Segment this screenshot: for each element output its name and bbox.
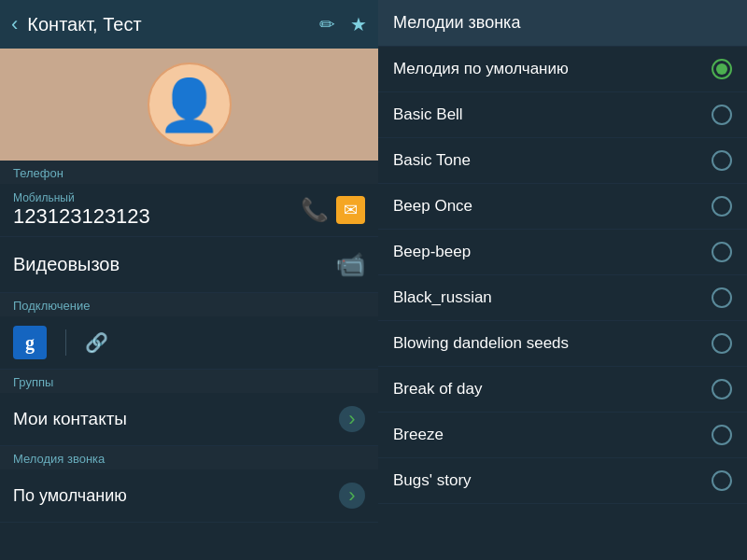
ringtone-list: Мелодия по умолчаниюBasic BellBasic Tone…	[378, 47, 747, 560]
google-icon: g	[13, 326, 47, 359]
right-panel: Мелодии звонка Мелодия по умолчаниюBasic…	[378, 0, 747, 560]
radio-button[interactable]	[712, 287, 732, 308]
ringtone-item[interactable]: Мелодия по умолчанию	[378, 47, 747, 92]
ringtone-item-label: Мелодия по умолчанию	[393, 60, 712, 78]
radio-button[interactable]	[712, 242, 732, 262]
ringtone-section-label: Мелодия звонка	[0, 446, 378, 469]
sms-icon: ✉	[344, 200, 358, 220]
phone-details: Телефон Мобильный 123123123123 📞 ✉ Видео…	[0, 161, 378, 560]
phone-actions: 📞 ✉	[301, 196, 365, 224]
left-panel: ‹ Контакт, Тест ✏ ★ 👤 Телефон Мобильный …	[0, 0, 378, 560]
phone-number[interactable]: 123123123123	[13, 204, 150, 228]
link-icon[interactable]: 🔗	[85, 331, 108, 354]
ringtone-item[interactable]: Basic Tone	[378, 138, 747, 184]
video-label: Видеовызов	[13, 254, 335, 275]
connection-row: g 🔗	[0, 316, 378, 370]
ringtone-item-label: Break of day	[393, 380, 712, 399]
ringtone-item[interactable]: Beep-beep	[378, 230, 747, 275]
radio-button[interactable]	[712, 59, 732, 79]
radio-button[interactable]	[712, 196, 732, 217]
ringtone-item-label: Basic Bell	[393, 105, 712, 124]
divider	[65, 329, 66, 356]
connection-section-label: Подключение	[0, 293, 378, 316]
groups-section-label: Группы	[0, 370, 378, 393]
radio-button[interactable]	[712, 470, 732, 491]
ringtone-item-label: Basic Tone	[393, 151, 712, 170]
ringtone-item[interactable]: Basic Bell	[378, 92, 747, 138]
ringtone-item[interactable]: Breeze	[378, 413, 747, 458]
avatar: 👤	[148, 63, 232, 147]
video-row: Видеовызов 📹	[0, 237, 378, 293]
ringtone-item[interactable]: Bugs' story	[378, 458, 747, 504]
ringtone-item[interactable]: Beep Once	[378, 184, 747, 230]
ringtone-row[interactable]: По умолчанию ›	[0, 469, 378, 523]
chevron-right-icon: ›	[339, 406, 365, 432]
ringtone-item-label: Breeze	[393, 426, 712, 444]
ringtone-item-label: Blowing dandelion seeds	[393, 334, 712, 353]
radio-inner	[716, 63, 727, 75]
edit-icon[interactable]: ✏	[319, 13, 335, 35]
radio-button[interactable]	[712, 150, 732, 171]
ringtone-item[interactable]: Blowing dandelion seeds	[378, 321, 747, 367]
top-bar: ‹ Контакт, Тест ✏ ★	[0, 0, 378, 49]
my-contacts-row[interactable]: Мои контакты ›	[0, 393, 378, 446]
ringtone-item-label: Black_russian	[393, 288, 712, 307]
mobile-label: Мобильный	[13, 191, 301, 204]
ringtone-item-label: Beep Once	[393, 197, 712, 216]
sms-button[interactable]: ✉	[336, 196, 365, 224]
video-call-icon[interactable]: 📹	[335, 250, 365, 279]
ringtone-chevron-icon: ›	[339, 483, 365, 509]
call-button[interactable]: 📞	[301, 197, 329, 223]
ringtone-item-label: Beep-beep	[393, 243, 712, 261]
my-contacts-label: Мои контакты	[13, 409, 339, 429]
ringtone-list-header: Мелодии звонка	[378, 0, 747, 47]
ringtone-item-label: Bugs' story	[393, 471, 712, 490]
phone-row: Мобильный 123123123123 📞 ✉	[0, 184, 378, 237]
avatar-face: 👤	[158, 79, 220, 130]
star-icon[interactable]: ★	[350, 13, 367, 35]
radio-button[interactable]	[712, 425, 732, 445]
radio-button[interactable]	[712, 379, 732, 399]
avatar-section: 👤	[0, 49, 378, 161]
ringtone-value: По умолчанию	[13, 486, 339, 506]
top-bar-icons: ✏ ★	[319, 13, 367, 35]
ringtone-item[interactable]: Break of day	[378, 367, 747, 413]
phone-section-label: Телефон	[0, 161, 378, 184]
radio-button[interactable]	[712, 105, 732, 125]
radio-button[interactable]	[712, 333, 732, 354]
back-button[interactable]: ‹	[11, 12, 18, 36]
ringtone-item[interactable]: Black_russian	[378, 275, 747, 321]
contact-name: Контакт, Тест	[27, 14, 319, 35]
